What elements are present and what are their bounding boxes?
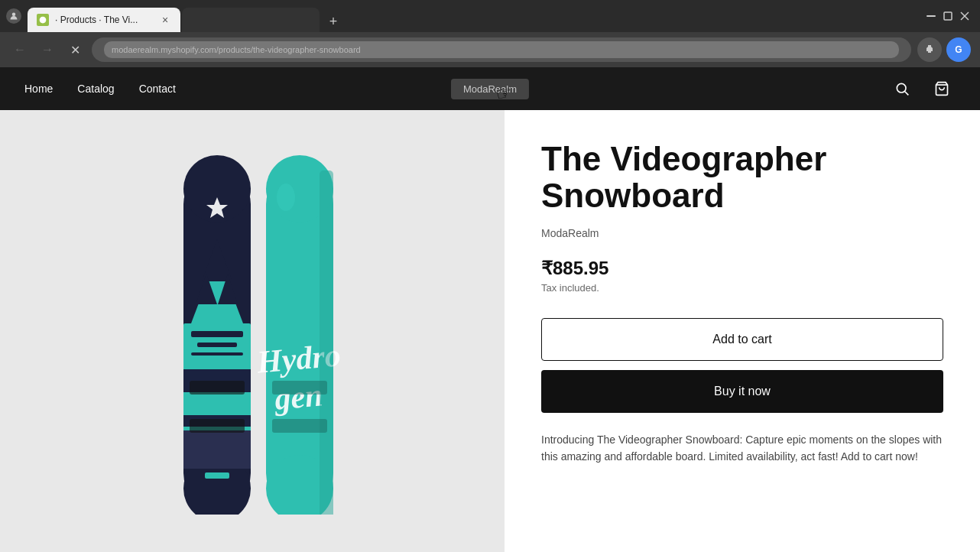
- svg-rect-17: [191, 331, 243, 337]
- reload-button[interactable]: ✕: [64, 39, 86, 60]
- product-brand: ModaRealm: [541, 227, 943, 239]
- svg-rect-23: [183, 430, 251, 469]
- browser-profile-icon[interactable]: [6, 8, 21, 24]
- product-title: The Videographer Snowboard: [541, 141, 943, 215]
- nav-home[interactable]: Home: [24, 83, 53, 95]
- browser-actions: G: [917, 37, 971, 62]
- nav-contact[interactable]: Contact: [139, 83, 176, 95]
- svg-point-33: [277, 183, 295, 211]
- product-image-section: Hydro gen: [0, 110, 505, 552]
- minimize-button[interactable]: [925, 10, 937, 22]
- svg-rect-19: [191, 352, 243, 356]
- nav-right: [888, 75, 956, 102]
- tab-area: · Products · The Vi... × +: [28, 0, 922, 32]
- svg-rect-2: [944, 12, 952, 20]
- svg-rect-21: [183, 397, 251, 412]
- browser-toolbar: ← → ✕ modaerealm.myshopify.com/products/…: [0, 32, 980, 67]
- browser-chrome: · Products · The Vi... × + ← → ✕: [0, 0, 980, 67]
- back-button[interactable]: ←: [9, 39, 31, 60]
- extensions-button[interactable]: [917, 37, 942, 62]
- close-button[interactable]: [959, 10, 971, 22]
- product-area: Hydro gen The Videographer Snowboard Mod…: [0, 110, 980, 552]
- browser-titlebar: · Products · The Vi... × +: [0, 0, 980, 32]
- store-navigation: Home Catalog Contact ModaRealm: [0, 67, 980, 110]
- search-button[interactable]: [888, 75, 916, 102]
- svg-rect-35: [272, 419, 327, 433]
- tab-favicon: [37, 14, 49, 26]
- svg-rect-1: [926, 15, 936, 17]
- svg-point-5: [897, 83, 906, 93]
- inactive-tab[interactable]: [182, 8, 320, 32]
- address-bar[interactable]: modaerealm.myshopify.com/products/the-vi…: [92, 37, 911, 62]
- svg-rect-18: [197, 343, 237, 347]
- tab-close-button[interactable]: ×: [159, 14, 171, 26]
- nav-catalog[interactable]: Catalog: [77, 83, 114, 95]
- store-logo[interactable]: ModaRealm: [451, 79, 529, 99]
- svg-point-0: [12, 13, 16, 17]
- nav-left: Home Catalog Contact: [24, 83, 176, 95]
- buy-now-button[interactable]: Buy it now: [541, 370, 943, 413]
- product-image: Hydro gen: [122, 148, 382, 515]
- tab-title: · Products · The Vi...: [55, 15, 153, 25]
- product-price: ₹885.95: [541, 258, 943, 279]
- store-page: Home Catalog Contact ModaRealm: [0, 67, 980, 552]
- product-info-section: The Videographer Snowboard ModaRealm ₹88…: [505, 110, 980, 552]
- restore-button[interactable]: [942, 10, 954, 22]
- profile-button[interactable]: G: [946, 37, 971, 62]
- product-description: Introducing The Videographer Snowboard: …: [541, 431, 943, 466]
- add-to-cart-button[interactable]: Add to cart: [541, 318, 943, 361]
- url-display[interactable]: modaerealm.myshopify.com/products/the-vi…: [104, 41, 899, 58]
- svg-rect-34: [272, 381, 327, 395]
- svg-rect-32: [320, 170, 333, 515]
- svg-rect-24: [205, 472, 229, 479]
- svg-rect-25: [190, 381, 245, 395]
- url-text: modaerealm.myshopify.com/products/the-vi…: [112, 45, 361, 54]
- new-tab-button[interactable]: +: [323, 11, 344, 32]
- svg-line-6: [905, 92, 909, 96]
- svg-rect-26: [190, 419, 245, 433]
- active-tab[interactable]: · Products · The Vi... ×: [28, 8, 180, 32]
- window-controls: [925, 10, 971, 22]
- cart-button[interactable]: [928, 75, 956, 102]
- tax-note: Tax included.: [541, 282, 943, 294]
- forward-button[interactable]: →: [37, 39, 58, 60]
